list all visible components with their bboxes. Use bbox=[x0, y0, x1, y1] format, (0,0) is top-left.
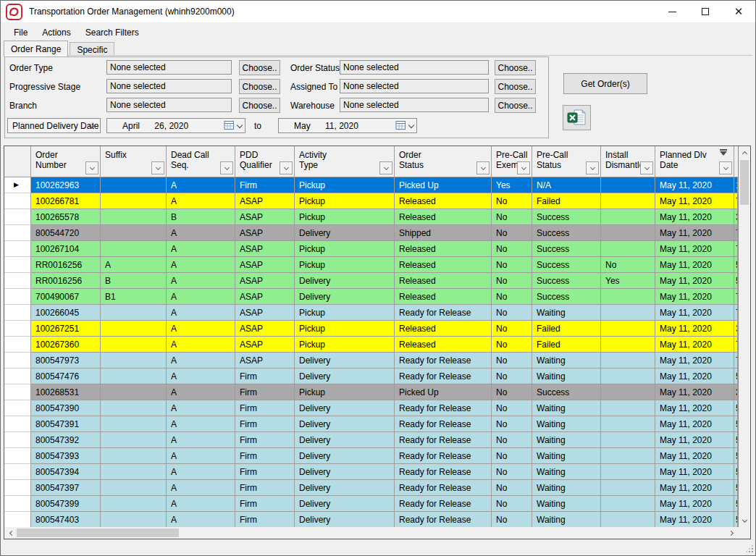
column-filter-dropdown[interactable] bbox=[220, 161, 233, 174]
column-header[interactable]: Pre-Call Exemp bbox=[492, 146, 532, 177]
table-cell[interactable]: Waiting bbox=[532, 480, 601, 496]
table-cell[interactable]: Success bbox=[532, 225, 601, 241]
table-cell[interactable]: Firm bbox=[235, 512, 295, 527]
column-filter-dropdown[interactable] bbox=[476, 161, 490, 174]
scroll-right-button[interactable] bbox=[726, 527, 738, 539]
table-cell[interactable]: B1 bbox=[101, 289, 167, 305]
table-cell[interactable]: May 11, 2020 bbox=[655, 464, 734, 480]
table-cell[interactable]: Success bbox=[532, 209, 601, 225]
date-type-select[interactable]: Planned Delivery Date bbox=[7, 118, 101, 133]
table-row[interactable]: 100267251AASAPPickupReleasedNoFailedMay … bbox=[4, 321, 738, 337]
table-cell[interactable]: 100267360 bbox=[31, 337, 101, 353]
table-cell[interactable]: Waiting bbox=[532, 496, 601, 512]
date-to-picker[interactable]: May 11, 2020 bbox=[278, 118, 417, 133]
table-cell[interactable]: Firm bbox=[235, 448, 295, 464]
table-cell[interactable] bbox=[601, 384, 655, 400]
table-row[interactable]: 800547392AFirmDeliveryReady for ReleaseN… bbox=[4, 432, 738, 448]
table-cell[interactable]: Waiting bbox=[532, 432, 601, 448]
table-cell[interactable]: No bbox=[601, 257, 655, 273]
table-cell[interactable]: Released bbox=[395, 337, 492, 353]
table-cell[interactable]: May 11, 2020 bbox=[655, 400, 734, 416]
table-cell[interactable] bbox=[101, 464, 167, 480]
table-cell[interactable]: Delivery bbox=[295, 273, 395, 289]
table-cell[interactable]: Delivery bbox=[295, 432, 395, 448]
table-cell[interactable]: Firm bbox=[235, 464, 295, 480]
order-type-choose-button[interactable]: Choose.. bbox=[239, 60, 280, 75]
table-cell[interactable] bbox=[101, 305, 167, 321]
table-cell[interactable]: May 11, 2020 bbox=[655, 177, 734, 193]
table-cell[interactable]: A bbox=[167, 432, 235, 448]
row-selector[interactable] bbox=[4, 241, 31, 257]
table-cell[interactable]: May 11, 2020 bbox=[655, 432, 734, 448]
tab-order-range[interactable]: Order Range bbox=[4, 41, 68, 56]
resize-grip-icon[interactable] bbox=[752, 551, 753, 552]
tab-specific[interactable]: Specific bbox=[70, 42, 114, 56]
table-row[interactable]: 800547390AFirmDeliveryReady for ReleaseN… bbox=[4, 400, 738, 416]
table-cell[interactable]: May 11, 2020 bbox=[655, 273, 734, 289]
table-cell[interactable]: No bbox=[492, 400, 532, 416]
table-cell[interactable]: 100267251 bbox=[31, 321, 101, 337]
close-button[interactable]: ✕ bbox=[722, 1, 755, 22]
table-row[interactable]: 800544720AASAPDeliveryShippedNoSuccessMa… bbox=[4, 225, 738, 241]
table-row[interactable]: 800547399AFirmDeliveryReady for ReleaseN… bbox=[4, 496, 738, 512]
table-cell[interactable]: ASAP bbox=[235, 305, 295, 321]
table-cell[interactable]: May 11, 2020 bbox=[655, 496, 734, 512]
table-cell[interactable] bbox=[101, 368, 167, 384]
table-cell[interactable]: May 11, 2020 bbox=[655, 193, 734, 209]
table-cell[interactable]: A bbox=[167, 512, 235, 527]
column-header[interactable]: Dead Call Seq. bbox=[167, 146, 235, 177]
table-cell[interactable]: Pickup bbox=[295, 305, 395, 321]
table-cell[interactable]: 800547390 bbox=[31, 400, 101, 416]
horizontal-scroll-thumb[interactable] bbox=[17, 528, 179, 537]
table-cell[interactable] bbox=[601, 368, 655, 384]
table-cell[interactable]: No bbox=[492, 480, 532, 496]
table-cell[interactable]: Ready for Release bbox=[395, 464, 492, 480]
table-cell[interactable]: A bbox=[167, 321, 235, 337]
table-cell[interactable]: No bbox=[492, 273, 532, 289]
table-cell[interactable]: ASAP bbox=[235, 353, 295, 368]
table-row[interactable]: 100266781AASAPPickupReleasedNoFailedMay … bbox=[4, 193, 738, 209]
table-row[interactable]: 800547973AASAPDeliveryReady for ReleaseN… bbox=[4, 353, 738, 368]
table-cell[interactable]: May 11, 2020 bbox=[655, 512, 734, 527]
row-selector[interactable] bbox=[4, 225, 31, 241]
assigned-to-value[interactable]: None selected bbox=[340, 79, 489, 93]
row-selector[interactable] bbox=[4, 400, 31, 416]
table-cell[interactable] bbox=[101, 209, 167, 225]
table-cell[interactable]: Ready for Release bbox=[395, 512, 492, 527]
column-header[interactable]: PDD Qualifier bbox=[235, 146, 295, 177]
table-cell[interactable]: Pickup bbox=[295, 321, 395, 337]
table-cell[interactable]: Pickup bbox=[295, 257, 395, 273]
table-cell[interactable]: Failed bbox=[532, 193, 601, 209]
table-cell[interactable] bbox=[601, 448, 655, 464]
table-cell[interactable]: 800547403 bbox=[31, 512, 101, 527]
table-cell[interactable]: No bbox=[492, 512, 532, 527]
table-cell[interactable]: Released bbox=[395, 209, 492, 225]
table-cell[interactable]: Waiting bbox=[532, 368, 601, 384]
table-cell[interactable]: ASAP bbox=[235, 337, 295, 353]
table-cell[interactable]: Waiting bbox=[532, 464, 601, 480]
table-cell[interactable]: Released bbox=[395, 321, 492, 337]
table-cell[interactable]: 800544720 bbox=[31, 225, 101, 241]
row-selector[interactable] bbox=[4, 289, 31, 305]
table-cell[interactable]: Picked Up bbox=[395, 384, 492, 400]
table-cell[interactable] bbox=[101, 432, 167, 448]
table-cell[interactable]: A bbox=[167, 496, 235, 512]
table-cell[interactable]: ASAP bbox=[235, 209, 295, 225]
table-cell[interactable]: A bbox=[167, 241, 235, 257]
table-cell[interactable]: Firm bbox=[235, 368, 295, 384]
table-cell[interactable]: A bbox=[167, 225, 235, 241]
table-cell[interactable]: May 11, 2020 bbox=[655, 337, 734, 353]
table-cell[interactable]: Waiting bbox=[532, 305, 601, 321]
table-cell[interactable]: Released bbox=[395, 193, 492, 209]
table-cell[interactable]: Success bbox=[532, 384, 601, 400]
column-header[interactable]: Activity Type bbox=[295, 146, 395, 177]
table-row[interactable]: 800547391AFirmDeliveryReady for ReleaseN… bbox=[4, 416, 738, 432]
table-cell[interactable]: 800547476 bbox=[31, 368, 101, 384]
table-cell[interactable]: A bbox=[167, 257, 235, 273]
table-cell[interactable] bbox=[101, 416, 167, 432]
table-cell[interactable]: Firm bbox=[235, 177, 295, 193]
table-cell[interactable]: Ready for Release bbox=[395, 368, 492, 384]
table-cell[interactable]: No bbox=[492, 289, 532, 305]
table-cell[interactable]: A bbox=[167, 289, 235, 305]
table-cell[interactable]: Delivery bbox=[295, 353, 395, 368]
